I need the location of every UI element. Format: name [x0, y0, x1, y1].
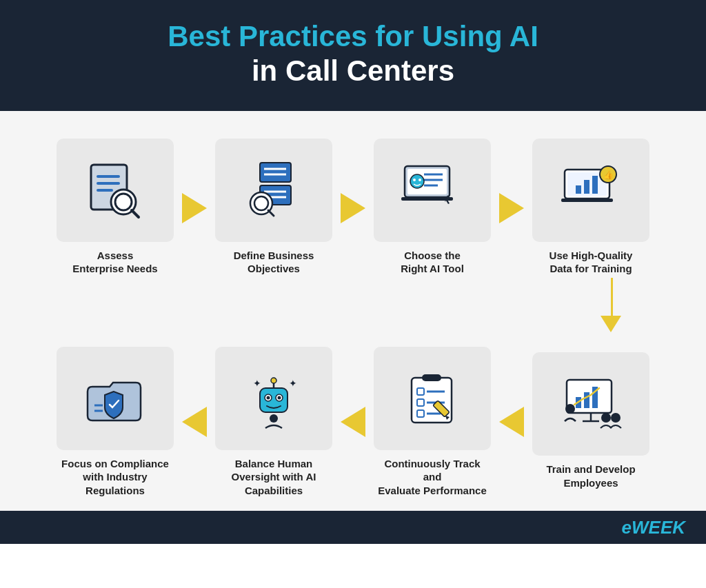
arrow-3-4	[499, 193, 524, 223]
svg-point-27	[418, 179, 421, 181]
label-balance: Balance HumanOversight with AICapabiliti…	[232, 457, 316, 498]
svg-point-44	[278, 396, 281, 399]
card-train	[532, 352, 649, 456]
svg-point-47	[270, 414, 278, 423]
logo-week: WEEK	[632, 517, 685, 538]
connector-area	[34, 278, 672, 319]
svg-text:✦: ✦	[253, 378, 261, 389]
svg-point-68	[611, 413, 621, 423]
label-define: Define BusinessObjectives	[234, 249, 314, 278]
svg-point-67	[601, 413, 611, 423]
svg-text:👍: 👍	[603, 170, 614, 180]
step-define: Define BusinessObjectives	[215, 139, 332, 278]
svg-point-25	[410, 174, 424, 188]
bottom-row: Focus on Compliancewith Industry Regulat…	[34, 347, 672, 498]
choose-icon	[398, 159, 467, 221]
svg-rect-62	[584, 392, 589, 408]
svg-point-43	[267, 396, 270, 399]
label-choose: Choose theRight AI Tool	[401, 249, 464, 278]
card-balance: ✦ ✦	[215, 347, 332, 450]
svg-point-46	[271, 378, 276, 383]
svg-rect-33	[584, 180, 589, 194]
label-track: Continuously Track andEvaluate Performan…	[374, 457, 491, 498]
train-icon	[556, 373, 625, 435]
svg-rect-34	[592, 176, 598, 194]
step-choose: Choose theRight AI Tool	[374, 139, 491, 278]
svg-text:✦: ✦	[289, 378, 297, 389]
svg-rect-51	[422, 374, 441, 381]
content-area: AssessEnterprise Needs	[0, 111, 706, 511]
svg-point-26	[413, 179, 416, 181]
card-define	[215, 139, 332, 242]
label-train: Train and DevelopEmployees	[546, 463, 635, 491]
assess-icon	[81, 159, 150, 221]
svg-rect-35	[561, 199, 613, 202]
label-assess: AssessEnterprise Needs	[72, 249, 157, 278]
logo-e: e	[622, 517, 632, 538]
define-icon	[239, 159, 308, 221]
svg-line-18	[268, 210, 274, 216]
header-title-line1: Best Practices for Using AI	[14, 19, 692, 54]
card-track	[374, 347, 491, 450]
svg-rect-8	[260, 163, 291, 182]
arrow-2-3	[341, 193, 365, 223]
flow-diagram: AssessEnterprise Needs	[34, 132, 672, 498]
arrow-7-6	[341, 407, 365, 437]
header-title-line2: in Call Centers	[14, 54, 692, 88]
svg-point-66	[565, 404, 575, 414]
svg-rect-28	[401, 197, 453, 201]
step-train: Train and DevelopEmployees	[532, 352, 649, 491]
arrow-1-2	[182, 193, 207, 223]
track-icon	[398, 367, 467, 429]
balance-icon: ✦ ✦	[239, 367, 308, 429]
compliance-icon	[81, 367, 150, 429]
step-balance: ✦ ✦ Balance HumanOversight with AICapabi…	[215, 347, 332, 498]
step-assess: AssessEnterprise Needs	[57, 139, 174, 278]
card-compliance	[57, 347, 174, 450]
card-choose	[374, 139, 491, 242]
step-track: Continuously Track andEvaluate Performan…	[374, 347, 491, 498]
card-data: 👍	[532, 139, 649, 242]
data-icon: 👍	[556, 159, 625, 221]
arrow-6-5	[182, 407, 207, 437]
eweek-logo: eWEEK	[622, 517, 685, 538]
footer: eWEEK	[0, 511, 706, 544]
step-compliance: Focus on Compliancewith Industry Regulat…	[57, 347, 174, 498]
label-data: Use High-QualityData for Training	[549, 249, 633, 278]
svg-rect-32	[576, 185, 581, 194]
header: Best Practices for Using AI in Call Cent…	[0, 0, 706, 111]
arrow-8-7	[499, 407, 524, 437]
svg-line-7	[132, 210, 139, 217]
step-data: 👍 Use High-QualityData for Training	[532, 139, 649, 278]
connector-down-arrow	[601, 316, 621, 332]
label-compliance: Focus on Compliancewith Industry Regulat…	[57, 457, 174, 498]
top-row: AssessEnterprise Needs	[34, 139, 672, 278]
card-assess	[57, 139, 174, 242]
